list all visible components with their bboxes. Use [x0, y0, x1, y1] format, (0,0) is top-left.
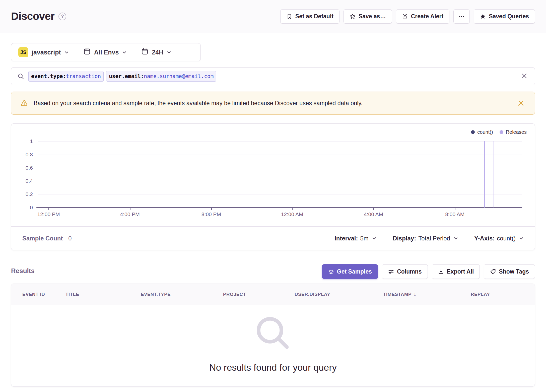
- column-label: EVENT.TYPE: [141, 292, 171, 297]
- interval-select[interactable]: Interval:5m: [334, 235, 377, 242]
- header-actions: Set as DefaultSave as…Create AlertSaved …: [280, 9, 535, 24]
- gridline: [38, 155, 522, 155]
- create-alert-button[interactable]: Create Alert: [396, 9, 450, 24]
- filter-bar: JS javascript All Envs 24H: [11, 43, 201, 61]
- chevron-down-icon: [64, 50, 69, 55]
- export-all-button-label: Export All: [447, 268, 474, 275]
- legend-label: count(): [477, 129, 493, 135]
- column-label: TITLE: [65, 292, 79, 297]
- star-filled-icon: [480, 13, 486, 20]
- banner-close-button[interactable]: [516, 98, 526, 108]
- x-axis-tick: [373, 208, 374, 210]
- set-as-default-button[interactable]: Set as Default: [280, 9, 339, 24]
- y-axis-tick-label: 0: [30, 205, 33, 211]
- saved-queries-button[interactable]: Saved Queries: [474, 9, 535, 24]
- chart-footer: Sample Count 0 Interval:5mDisplay:Total …: [11, 226, 535, 250]
- warning-banner: Based on your search criteria and sample…: [11, 92, 535, 115]
- chevron-down-icon: [453, 236, 458, 241]
- display-select-label: Display:: [393, 235, 416, 242]
- release-line: [494, 141, 494, 208]
- x-axis-tick-label: 4:00 PM: [120, 211, 140, 217]
- column-header-event-id[interactable]: EVENT ID: [22, 292, 45, 297]
- search-bar[interactable]: event.type:transactionuser.email:name.su…: [11, 67, 535, 85]
- x-axis-tick-label: 8:00 AM: [445, 211, 464, 217]
- y-axis-tick-label: 0.6: [26, 165, 33, 171]
- x-axis-tick: [455, 208, 455, 210]
- save-as-button[interactable]: Save as…: [344, 9, 392, 24]
- chevron-down-icon: [122, 50, 127, 55]
- get-samples-button[interactable]: Get Samples: [322, 264, 378, 279]
- display-select[interactable]: Display:Total Period: [393, 235, 458, 242]
- set-as-default-button-label: Set as Default: [295, 13, 333, 20]
- gridline: [38, 181, 522, 181]
- columns-button[interactable]: Columns: [382, 264, 428, 279]
- search-token[interactable]: event.type:transaction: [28, 71, 104, 82]
- star-outline-icon: [350, 13, 356, 20]
- download-icon: [438, 269, 444, 275]
- gridline: [38, 168, 522, 168]
- show-tags-button[interactable]: Show Tags: [484, 264, 535, 279]
- project-filter[interactable]: JS javascript: [11, 43, 76, 61]
- environment-filter[interactable]: All Envs: [76, 43, 134, 61]
- environment-filter-label: All Envs: [94, 49, 119, 56]
- close-icon: [521, 73, 528, 80]
- sample-count-value: 0: [68, 235, 72, 242]
- search-clear-button[interactable]: [520, 72, 529, 81]
- table-header-row: EVENT IDTITLEEVENT.TYPEPROJECTUSER.DISPL…: [11, 284, 535, 305]
- chart-panel: count()Releases 00.20.40.60.8112:00 PM4:…: [11, 123, 535, 250]
- x-axis-line: [36, 207, 522, 208]
- results-heading: Results: [11, 267, 35, 275]
- yaxis-select-value: count(): [497, 235, 516, 242]
- export-all-button[interactable]: Export All: [432, 264, 480, 279]
- date-range-filter-label: 24H: [152, 49, 163, 56]
- layers-icon: [328, 269, 334, 275]
- column-header-title[interactable]: TITLE: [65, 292, 79, 297]
- column-header-timestamp[interactable]: TIMESTAMP↓: [383, 291, 416, 297]
- column-label: USER.DISPLAY: [295, 292, 330, 297]
- saved-queries-button-label: Saved Queries: [489, 13, 529, 20]
- results-buttons: Get SamplesColumnsExport AllShow Tags: [322, 264, 535, 279]
- column-header-event-type[interactable]: EVENT.TYPE: [141, 292, 171, 297]
- chart-controls: Interval:5mDisplay:Total PeriodY-Axis:co…: [334, 235, 524, 242]
- more-options-button[interactable]: [453, 9, 470, 24]
- close-icon: [517, 99, 525, 107]
- legend-dot: [471, 130, 475, 134]
- search-token[interactable]: user.email:name.surname@email.com: [106, 71, 216, 82]
- x-axis-tick-label: 4:00 AM: [364, 211, 383, 217]
- column-header-user-display[interactable]: USER.DISPLAY: [295, 292, 330, 297]
- project-filter-label: javascript: [32, 49, 61, 56]
- column-label: TIMESTAMP: [383, 292, 412, 297]
- token-key: event.type:: [31, 73, 66, 79]
- date-range-filter[interactable]: 24H: [134, 43, 178, 61]
- gridline: [38, 141, 522, 142]
- interval-select-label: Interval:: [334, 235, 358, 242]
- discover-page: Discover ? Set as DefaultSave as…Create …: [0, 0, 546, 392]
- yaxis-select[interactable]: Y-Axis:count(): [474, 235, 524, 242]
- legend-dot: [500, 130, 503, 134]
- empty-search-icon: [252, 312, 294, 355]
- token-value: name.surname@email.com: [144, 73, 214, 79]
- x-axis-tick-label: 12:00 AM: [281, 211, 303, 217]
- chevron-down-icon: [167, 50, 171, 55]
- warning-icon: [20, 99, 28, 107]
- save-as-button-label: Save as…: [359, 13, 386, 20]
- help-icon[interactable]: ?: [58, 13, 66, 20]
- sort-desc-icon: ↓: [414, 291, 416, 297]
- search-tokens: event.type:transactionuser.email:name.su…: [28, 71, 216, 82]
- chevron-down-icon: [519, 236, 524, 241]
- interval-select-value: 5m: [360, 235, 368, 242]
- yaxis-select-label: Y-Axis:: [474, 235, 495, 242]
- x-axis-tick: [211, 208, 212, 210]
- tag-icon: [490, 269, 496, 275]
- column-header-project[interactable]: PROJECT: [223, 292, 246, 297]
- chart-plot-area: 00.20.40.60.8112:00 PM4:00 PM8:00 PM12:0…: [38, 141, 522, 208]
- y-axis-tick-label: 0.4: [26, 178, 33, 184]
- x-axis-tick-label: 12:00 PM: [37, 211, 60, 217]
- column-label: REPLAY: [471, 292, 490, 297]
- display-select-value: Total Period: [418, 235, 450, 242]
- column-header-replay[interactable]: REPLAY: [471, 292, 490, 297]
- legend-item[interactable]: count(): [471, 129, 493, 135]
- calendar-icon: [141, 48, 149, 57]
- legend-item[interactable]: Releases: [500, 129, 527, 135]
- siren-icon: [402, 13, 408, 20]
